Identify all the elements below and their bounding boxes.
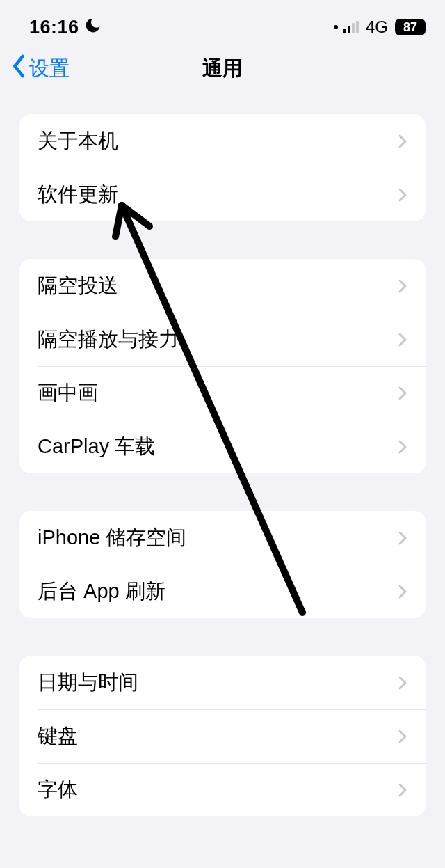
row-label: 软件更新	[38, 181, 118, 209]
row-keyboard[interactable]: 键盘	[19, 709, 426, 763]
chevron-left-icon	[11, 54, 26, 84]
battery-icon: 87	[395, 19, 426, 35]
row-software-update[interactable]: 软件更新	[19, 168, 426, 221]
chevron-right-icon	[398, 583, 407, 600]
row-background-app-refresh[interactable]: 后台 App 刷新	[19, 565, 426, 618]
row-airplay-handoff[interactable]: 隔空播放与接力	[19, 313, 426, 366]
row-about[interactable]: 关于本机	[19, 114, 426, 168]
chevron-right-icon	[398, 133, 407, 150]
row-label: 画中画	[38, 379, 98, 407]
row-fonts[interactable]: 字体	[19, 763, 426, 816]
row-label: CarPlay 车载	[38, 433, 155, 461]
content: 关于本机 软件更新 隔空投送 隔空播放与接力 画中画	[0, 93, 445, 816]
row-iphone-storage[interactable]: iPhone 储存空间	[19, 511, 426, 565]
row-label: 隔空投送	[38, 272, 118, 300]
chevron-right-icon	[398, 187, 407, 203]
status-left: 16:16	[29, 17, 102, 38]
chevron-right-icon	[398, 278, 407, 294]
cellular-signal-icon	[343, 21, 359, 33]
chevron-right-icon	[398, 674, 407, 691]
status-right: 4G 87	[334, 17, 426, 37]
network-type: 4G	[366, 17, 388, 37]
page-title: 通用	[202, 55, 243, 83]
chevron-right-icon	[398, 782, 407, 798]
signal-dot-icon	[334, 25, 338, 29]
chevron-right-icon	[398, 331, 407, 348]
back-label: 设置	[29, 55, 70, 83]
row-date-time[interactable]: 日期与时间	[19, 656, 426, 709]
row-carplay[interactable]: CarPlay 车载	[19, 420, 426, 473]
settings-group: iPhone 储存空间 后台 App 刷新	[19, 511, 426, 618]
row-label: 键盘	[38, 723, 78, 750]
row-label: 日期与时间	[38, 669, 138, 697]
row-label: 关于本机	[38, 127, 118, 155]
row-picture-in-picture[interactable]: 画中画	[19, 366, 426, 420]
chevron-right-icon	[398, 728, 407, 745]
chevron-right-icon	[398, 530, 407, 546]
settings-group: 日期与时间 键盘 字体	[19, 656, 426, 816]
row-label: 隔空播放与接力	[38, 326, 179, 354]
back-button[interactable]: 设置	[11, 54, 70, 84]
status-time: 16:16	[29, 17, 79, 38]
row-label: iPhone 储存空间	[38, 524, 186, 552]
battery-level: 87	[403, 20, 417, 35]
chevron-right-icon	[398, 385, 407, 402]
settings-group: 隔空投送 隔空播放与接力 画中画 CarPlay 车载	[19, 259, 426, 473]
row-airdrop[interactable]: 隔空投送	[19, 259, 426, 313]
settings-group: 关于本机 软件更新	[19, 114, 426, 221]
chevron-right-icon	[398, 439, 407, 455]
nav-header: 设置 通用	[0, 45, 445, 93]
row-label: 字体	[38, 776, 78, 804]
do-not-disturb-icon	[85, 17, 102, 38]
status-bar: 16:16 4G 87	[0, 0, 445, 45]
row-label: 后台 App 刷新	[38, 578, 165, 606]
